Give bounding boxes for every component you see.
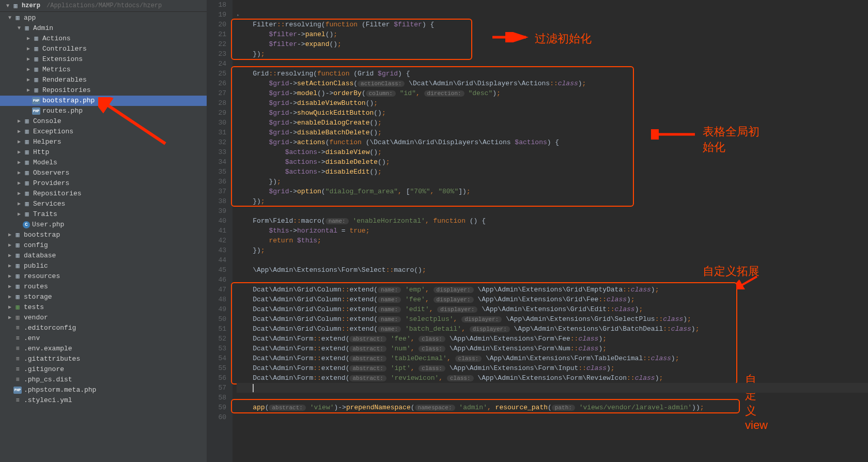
code-line[interactable]: $this->horizontal = true; bbox=[237, 226, 868, 236]
code-line[interactable] bbox=[237, 383, 868, 393]
chevron-right-icon[interactable]: ▶ bbox=[16, 209, 23, 220]
chevron-right-icon[interactable]: ▶ bbox=[6, 302, 13, 313]
tree-row[interactable]: ≡.styleci.yml bbox=[0, 395, 207, 406]
chevron-right-icon[interactable]: ▶ bbox=[16, 189, 23, 199]
code-line[interactable]: $actions->disableView(); bbox=[237, 147, 868, 157]
code-line[interactable]: $filter->expand(); bbox=[237, 39, 868, 49]
code-line[interactable]: $actions->disableDelete(); bbox=[237, 157, 868, 167]
tree-row[interactable]: ≡.php_cs.dist bbox=[0, 375, 207, 385]
tree-row[interactable]: ▶▦Metrics bbox=[0, 65, 207, 75]
tree-row[interactable]: ≡.editorconfig bbox=[0, 323, 207, 333]
code-line[interactable]: $grid->actions(function (\Dcat\Admin\Gri… bbox=[237, 137, 868, 147]
code-line[interactable] bbox=[237, 59, 868, 69]
tree-row[interactable]: ▶▦Repositories bbox=[0, 85, 207, 96]
chevron-right-icon[interactable]: ▶ bbox=[6, 282, 13, 292]
chevron-right-icon[interactable]: ▶ bbox=[6, 271, 13, 282]
tree-row[interactable]: ▶▦storage bbox=[0, 292, 207, 302]
chevron-right-icon[interactable]: ▶ bbox=[25, 65, 32, 75]
code-line[interactable] bbox=[237, 0, 868, 10]
tree-row[interactable]: ≡.env.example bbox=[0, 344, 207, 354]
chevron-right-icon[interactable]: ▶ bbox=[6, 292, 13, 302]
code-line[interactable]: Dcat\Admin\Form::extend(abstract: 'fee',… bbox=[237, 334, 868, 344]
code-line[interactable]: $grid->enableDialogCreate(); bbox=[237, 118, 868, 128]
code-line[interactable] bbox=[237, 393, 868, 403]
code-line[interactable]: Dcat\Admin\Form::extend(abstract: 'num',… bbox=[237, 344, 868, 353]
tree-row[interactable]: ▶▦config bbox=[0, 240, 207, 251]
code-line[interactable]: $filter->panel(); bbox=[237, 29, 868, 39]
code-line[interactable]: Dcat\Admin\Grid\Column::extend(name: 'fe… bbox=[237, 295, 868, 304]
tree-row[interactable]: CUser.php bbox=[0, 220, 207, 230]
code-line[interactable]: Dcat\Admin\Grid\Column::extend(name: 'em… bbox=[237, 285, 868, 295]
chevron-down-icon[interactable]: ▼ bbox=[16, 23, 23, 34]
chevron-right-icon[interactable]: ▶ bbox=[6, 230, 13, 240]
code-line[interactable]: Dcat\Admin\Grid\Column::extend(name: 'se… bbox=[237, 314, 868, 324]
code-line[interactable] bbox=[237, 255, 868, 265]
chevron-right-icon[interactable]: ▶ bbox=[25, 75, 32, 85]
tree-row[interactable]: PHProutes.php bbox=[0, 106, 207, 116]
code-line[interactable]: }); bbox=[237, 196, 868, 206]
code-line[interactable]: $grid->model()->orderBy(column: "id", di… bbox=[237, 88, 868, 98]
code-line[interactable]: return $this; bbox=[237, 236, 868, 245]
chevron-right-icon[interactable]: ▶ bbox=[16, 178, 23, 189]
tree-row[interactable]: ▶▦Traits bbox=[0, 209, 207, 220]
chevron-right-icon[interactable]: ▶ bbox=[16, 168, 23, 178]
tree-row[interactable]: ▶▦resources bbox=[0, 271, 207, 282]
chevron-right-icon[interactable]: ▶ bbox=[6, 261, 13, 271]
tree-row[interactable]: PHPbootstrap.php bbox=[0, 96, 207, 106]
code-line[interactable] bbox=[237, 206, 868, 216]
chevron-down-icon[interactable]: ▼ bbox=[4, 3, 11, 9]
tree-row[interactable]: ▶▦routes bbox=[0, 282, 207, 292]
file-tree[interactable]: ▼▦app▼▦Admin▶▦Actions▶▦Controllers▶▦Exte… bbox=[0, 12, 207, 462]
tree-row[interactable]: ▶▦Http bbox=[0, 147, 207, 158]
code-line[interactable]: $grid->showQuickEditButton(); bbox=[237, 108, 868, 118]
code-line[interactable]: Dcat\Admin\Form::extend(abstract: 'ipt',… bbox=[237, 363, 868, 373]
tree-row[interactable]: ▶▦Models bbox=[0, 158, 207, 168]
chevron-right-icon[interactable]: ▶ bbox=[16, 116, 23, 127]
code-editor[interactable]: 1819202122232425262728293031323334353637… bbox=[207, 0, 868, 462]
tree-row[interactable]: ▶▦public bbox=[0, 261, 207, 271]
code-line[interactable] bbox=[237, 412, 868, 422]
chevron-right-icon[interactable]: ▶ bbox=[16, 158, 23, 168]
code-line[interactable]: }); bbox=[237, 245, 868, 255]
tree-row[interactable]: ▶▦Renderables bbox=[0, 75, 207, 85]
tree-row[interactable]: PHP.phpstorm.meta.php bbox=[0, 385, 207, 395]
tree-row[interactable]: ▶▦vendor bbox=[0, 313, 207, 323]
chevron-right-icon[interactable]: ▶ bbox=[25, 34, 32, 44]
code-line[interactable]: ▸ bbox=[237, 10, 868, 20]
chevron-right-icon[interactable]: ▶ bbox=[16, 147, 23, 158]
chevron-right-icon[interactable]: ▶ bbox=[25, 54, 32, 65]
tree-row[interactable]: ▶▦Observers bbox=[0, 168, 207, 178]
code-line[interactable]: \App\Admin\Extensions\Form\Select::macro… bbox=[237, 265, 868, 275]
code-line[interactable]: Filter::resolving(function (Filter $filt… bbox=[237, 20, 868, 29]
chevron-right-icon[interactable]: ▶ bbox=[16, 127, 23, 137]
code-line[interactable]: $grid->option("dialog_form_area", ["70%"… bbox=[237, 187, 868, 196]
code-line[interactable]: Dcat\Admin\Form::extend(abstract: 'table… bbox=[237, 353, 868, 363]
code-line[interactable]: $grid->disableBatchDelete(); bbox=[237, 128, 868, 137]
chevron-right-icon[interactable]: ▶ bbox=[6, 313, 13, 323]
tree-row[interactable]: ▶▦Extensions bbox=[0, 54, 207, 65]
tree-row[interactable]: ▶▦tests bbox=[0, 302, 207, 313]
project-sidebar[interactable]: ▼ ▦ hzerp /Applications/MAMP/htdocs/hzer… bbox=[0, 0, 207, 462]
code-line[interactable]: app(abstract: 'view')->prependNamespace(… bbox=[237, 403, 868, 412]
tree-row[interactable]: ▼▦Admin bbox=[0, 23, 207, 34]
code-line[interactable]: Grid::resolving(function (Grid $grid) { bbox=[237, 69, 868, 79]
tree-row[interactable]: ▶▦Actions bbox=[0, 34, 207, 44]
chevron-right-icon[interactable]: ▶ bbox=[25, 44, 32, 54]
tree-row[interactable]: ▶▦Helpers bbox=[0, 137, 207, 147]
code-line[interactable]: }); bbox=[237, 177, 868, 187]
tree-row[interactable]: ≡.gitignore bbox=[0, 364, 207, 375]
code-line[interactable]: }); bbox=[237, 49, 868, 59]
tree-row[interactable]: ▶▦Providers bbox=[0, 178, 207, 189]
tree-row[interactable]: ▶▦Repositories bbox=[0, 189, 207, 199]
code-line[interactable] bbox=[237, 275, 868, 285]
tree-row[interactable]: ▶▦bootstrap bbox=[0, 230, 207, 240]
code-line[interactable]: $grid->disableViewButton(); bbox=[237, 98, 868, 108]
chevron-right-icon[interactable]: ▶ bbox=[16, 137, 23, 147]
chevron-right-icon[interactable]: ▶ bbox=[25, 85, 32, 96]
code-area[interactable]: 过滤初始化 表格全局初始化 自定义拓展 自定义view ▸ Filter::re… bbox=[233, 0, 868, 462]
code-line[interactable]: Dcat\Admin\Form::extend(abstract: 'revie… bbox=[237, 373, 868, 383]
chevron-right-icon[interactable]: ▶ bbox=[6, 251, 13, 261]
tree-row[interactable]: ▶▦Console bbox=[0, 116, 207, 127]
code-line[interactable]: Dcat\Admin\Grid\Column::extend(name: 'ba… bbox=[237, 324, 868, 334]
tree-row[interactable]: ▼▦app bbox=[0, 13, 207, 23]
